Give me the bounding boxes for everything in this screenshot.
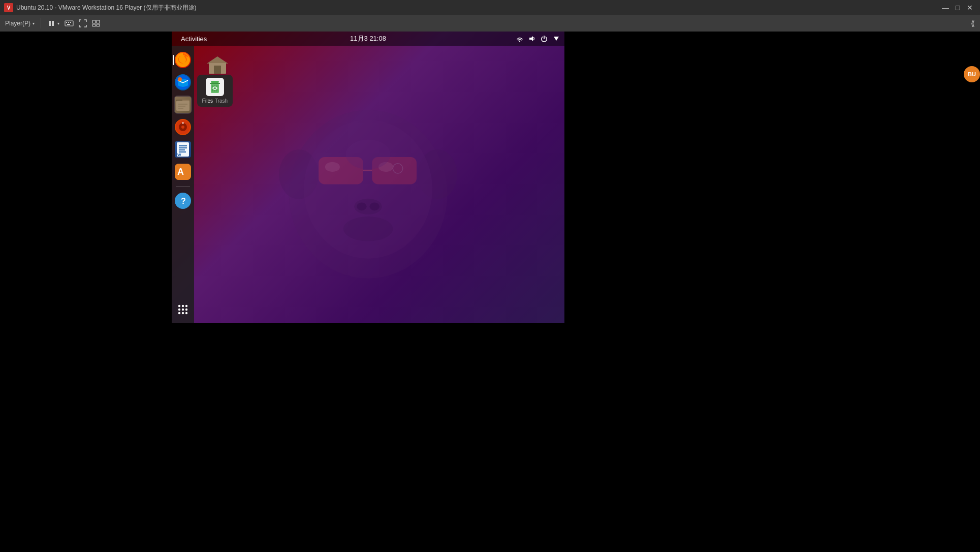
svg-point-57 [185,305,187,307]
dock-item-firefox[interactable] [174,51,192,69]
svg-rect-4 [65,21,73,26]
svg-rect-37 [178,104,187,105]
window-controls: — □ ✕ [939,4,976,11]
svg-point-31 [176,53,190,67]
svg-point-63 [185,312,187,314]
pause-dropdown: ▾ [57,21,59,26]
svg-point-60 [185,309,187,311]
gorilla-wallpaper [231,60,505,308]
rhythmbox-icon [175,119,191,135]
svg-rect-2 [49,21,51,26]
home-folder-icon [206,53,229,75]
svg-rect-10 [97,20,100,23]
player-label: Player(P) [5,20,30,27]
unity-icon [92,19,100,27]
pause-icon [47,19,55,27]
svg-text:?: ? [181,197,186,205]
svg-rect-39 [178,108,183,109]
maximize-button[interactable]: □ [952,4,964,11]
svg-rect-7 [70,22,71,23]
thunderbird-icon [175,74,191,90]
svg-rect-67 [211,81,219,83]
dock-item-help[interactable]: ? [174,192,192,210]
fullscreen-icon [79,19,87,27]
ubuntu-dock: W A ? [172,46,194,323]
collapse-arrow-icon[interactable]: ⟪ [971,19,975,27]
ubuntu-vm-window: Activities 11月3 21:08 [172,32,564,323]
tooltip-labels: Files Trash [202,98,228,104]
apps-grid-button[interactable] [174,300,192,319]
svg-point-20 [325,162,340,172]
svg-rect-3 [52,21,54,26]
svg-rect-46 [179,145,187,146]
minimize-button[interactable]: — [939,4,952,11]
svg-rect-68 [210,83,220,84]
close-button[interactable]: ✕ [964,4,976,11]
svg-rect-66 [214,66,221,74]
appcenter-icon: A [175,164,191,180]
svg-text:W: W [177,152,181,157]
svg-text:V: V [7,5,11,11]
svg-point-27 [346,140,391,169]
files-trash-tooltip: Files Trash [197,75,233,107]
svg-rect-48 [179,149,185,150]
trash-tooltip-label: Trash [215,98,228,104]
dock-item-writer[interactable]: W [174,140,192,159]
unity-button[interactable] [92,19,100,27]
svg-text:A: A [177,167,184,177]
ubuntu-desktop: Activities 11月3 21:08 [172,32,564,323]
svg-rect-9 [92,20,96,23]
help-icon: ? [175,193,191,209]
trash-icon-in-tooltip [206,78,224,96]
pause-button[interactable]: ▾ [47,19,59,27]
volume-tray-icon[interactable] [528,35,536,43]
files-tooltip-label: Files [202,98,213,104]
svg-rect-6 [68,22,69,23]
svg-marker-30 [554,37,559,41]
dock-separator [176,186,190,187]
svg-rect-5 [66,22,67,23]
svg-point-62 [182,312,184,314]
system-tray [516,35,560,43]
player-dropdown-arrow: ▾ [33,21,35,26]
svg-rect-47 [179,147,187,148]
power-tray-icon[interactable] [540,35,548,43]
send-ctrl-alt-del-button[interactable] [65,19,74,27]
clock-display: 11月3 21:08 [350,34,386,43]
toolbar-separator-1 [41,18,41,28]
svg-point-59 [182,309,184,311]
svg-point-26 [343,217,393,241]
svg-point-55 [178,305,180,307]
vmware-toolbar-right: ⟪ [971,19,975,28]
svg-rect-8 [67,24,70,25]
player-menu[interactable]: Player(P) ▾ [5,20,35,27]
svg-point-58 [178,309,180,311]
svg-point-42 [181,126,184,129]
svg-point-43 [182,122,184,124]
dock-item-thunderbird[interactable] [174,73,192,91]
dock-item-rhythmbox[interactable] [174,118,192,136]
writer-icon: W [175,141,191,158]
vmware-toolbar: Player(P) ▾ ▾ [0,15,980,32]
svg-point-56 [182,305,184,307]
svg-rect-11 [92,24,96,26]
svg-point-24 [357,203,366,211]
svg-rect-12 [97,24,100,26]
tray-dropdown-icon[interactable] [552,35,560,43]
network-tray-icon[interactable] [516,35,524,43]
keyboard-icon [65,19,74,27]
vmware-avatar[interactable]: BU [964,66,980,82]
svg-point-25 [369,203,379,211]
dock-item-files[interactable] [174,96,192,114]
dock-item-appcenter[interactable]: A [174,163,192,181]
activities-button[interactable]: Activities [177,32,211,46]
svg-rect-38 [178,106,185,107]
fullscreen-button[interactable] [79,19,87,27]
files-icon [175,97,191,113]
svg-point-61 [178,312,180,314]
ubuntu-topbar: Activities 11月3 21:08 [172,32,564,46]
vmware-title: Ubuntu 20.10 - VMware Workstation 16 Pla… [16,4,939,12]
svg-marker-64 [207,56,228,64]
svg-marker-29 [529,36,533,41]
firefox-icon [175,52,191,68]
